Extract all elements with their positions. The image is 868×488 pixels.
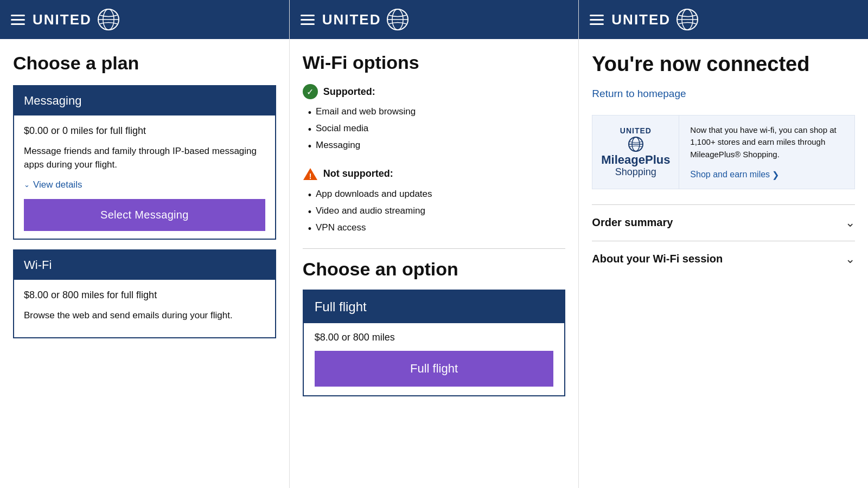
supported-section: ✓ Supported: Email and web browsing Soci… (303, 84, 566, 156)
full-flight-option-card: Full flight $8.00 or 800 miles Full flig… (303, 290, 566, 396)
messaging-price: $0.00 or 0 miles for full flight (24, 125, 265, 137)
connected-title: You're now connected (592, 52, 855, 77)
panel-choose-plan: UNITED Choose a plan Messaging $0.00 or … (0, 0, 290, 488)
wifi-options-title: Wi-Fi options (303, 52, 566, 73)
not-supported-section: ! Not supported: App downloads and updat… (303, 166, 566, 238)
globe-icon (97, 8, 120, 31)
panel-wifi-options: UNITED Wi-Fi options ✓ Supported: Email (290, 0, 579, 488)
choose-plan-title: Choose a plan (13, 52, 276, 74)
logo-text-2: UNITED (322, 11, 381, 28)
list-item: Email and web browsing (308, 105, 566, 121)
supported-list: Email and web browsing Social media Mess… (303, 105, 566, 156)
warning-icon: ! (303, 166, 318, 182)
mileageplus-globe-icon (628, 136, 644, 152)
united-logo-3: UNITED (611, 8, 699, 31)
supported-header: ✓ Supported: (303, 84, 566, 99)
list-item: Social media (308, 121, 566, 138)
messaging-card-header: Messaging (14, 86, 275, 115)
shop-earn-miles-link[interactable]: Shop and earn miles ❯ (690, 170, 846, 180)
not-supported-label: Not supported: (323, 168, 393, 179)
united-logo: UNITED (33, 8, 120, 31)
panel-choose-plan-content: Choose a plan Messaging $0.00 or 0 miles… (0, 39, 289, 488)
hamburger-menu-icon-3[interactable] (590, 15, 604, 25)
mileageplus-united-label: UNITED (620, 126, 652, 135)
wifi-session-label: About your Wi-Fi session (592, 253, 723, 265)
wifi-session-accordion[interactable]: About your Wi-Fi session ⌄ (592, 241, 855, 277)
return-homepage-link[interactable]: Return to homepage (592, 88, 855, 100)
supported-label: Supported: (323, 86, 375, 98)
mileageplus-shopping-label: Shopping (615, 166, 656, 178)
list-item: Video and audio streaming (308, 204, 566, 221)
order-summary-chevron-icon: ⌄ (845, 216, 855, 230)
messaging-description: Message friends and family through IP-ba… (24, 144, 265, 172)
panel-connected: UNITED You're now connected Return to ho… (579, 0, 868, 488)
globe-icon-3 (676, 8, 699, 31)
mileageplus-description-area: Now that you have wi-fi, you can shop at… (679, 115, 854, 189)
option-card-title: Full flight (315, 299, 367, 314)
panel-wifi-options-content: Wi-Fi options ✓ Supported: Email and web… (290, 39, 579, 488)
wifi-plan-card: Wi-Fi $8.00 or 800 miles for full flight… (13, 249, 276, 339)
wifi-card-header: Wi-Fi (14, 251, 275, 280)
mileageplus-description: Now that you have wi-fi, you can shop at… (690, 124, 846, 161)
full-flight-button[interactable]: Full flight (315, 351, 554, 387)
header-choose-plan: UNITED (0, 0, 289, 39)
not-supported-header: ! Not supported: (303, 166, 566, 182)
logo-text-3: UNITED (611, 11, 671, 28)
list-item: VPN access (308, 221, 566, 237)
united-logo-2: UNITED (322, 8, 410, 31)
messaging-card-body: $0.00 or 0 miles for full flight Message… (14, 115, 275, 239)
wifi-price: $8.00 or 800 miles for full flight (24, 290, 265, 301)
mileageplus-logo: UNITED MileagePlus Shopping (601, 126, 670, 178)
order-summary-label: Order summary (592, 216, 673, 229)
option-card-body: $8.00 or 800 miles Full flight (304, 323, 565, 395)
messaging-view-details-link[interactable]: ⌄ View details (24, 179, 265, 190)
svg-text:!: ! (309, 172, 311, 181)
mileageplus-logo-section: UNITED MileagePlus Shopping (592, 115, 679, 189)
messaging-card-title: Messaging (24, 94, 81, 107)
hamburger-menu-icon[interactable] (11, 15, 25, 25)
globe-icon-2 (386, 8, 409, 31)
option-card-header: Full flight (304, 291, 565, 323)
header-connected: UNITED (579, 0, 868, 39)
messaging-plan-card: Messaging $0.00 or 0 miles for full flig… (13, 85, 276, 240)
mileageplus-name: MileagePlus (601, 153, 670, 166)
wifi-description: Browse the web and send emails during yo… (24, 309, 265, 323)
wifi-card-body: $8.00 or 800 miles for full flight Brows… (14, 280, 275, 338)
wifi-session-chevron-icon: ⌄ (845, 252, 855, 266)
hamburger-menu-icon-2[interactable] (301, 15, 315, 25)
logo-text: UNITED (33, 11, 92, 28)
order-summary-accordion[interactable]: Order summary ⌄ (592, 204, 855, 241)
wifi-card-title: Wi-Fi (24, 258, 52, 272)
choose-option-title: Choose an option (303, 259, 566, 280)
mileageplus-card: UNITED MileagePlus Shopping (592, 115, 855, 189)
list-item: Messaging (308, 138, 566, 155)
chevron-down-icon: ⌄ (24, 181, 30, 189)
panel-connected-content: You're now connected Return to homepage … (579, 39, 868, 488)
header-wifi-options: UNITED (290, 0, 579, 39)
check-icon: ✓ (303, 84, 318, 99)
divider (303, 248, 566, 249)
select-messaging-button[interactable]: Select Messaging (24, 199, 265, 231)
chevron-right-icon: ❯ (772, 170, 779, 180)
list-item: App downloads and updates (308, 187, 566, 204)
option-price: $8.00 or 800 miles (315, 332, 554, 343)
not-supported-list: App downloads and updates Video and audi… (303, 187, 566, 238)
